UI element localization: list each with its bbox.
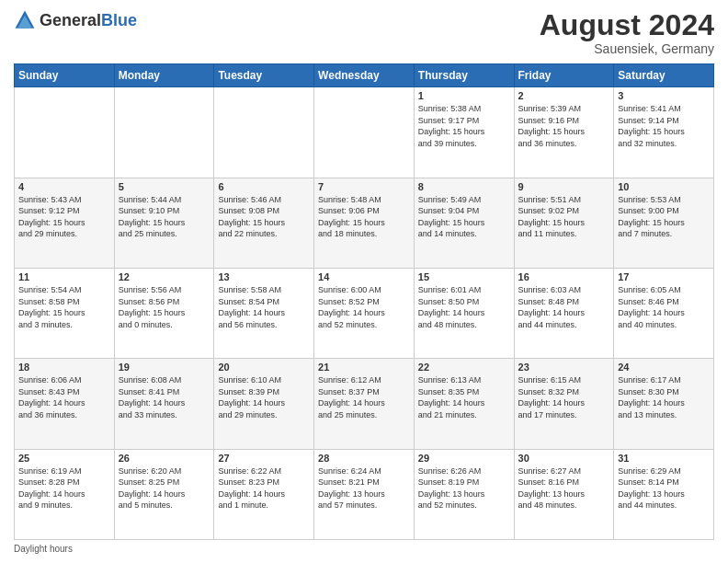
day-info: Sunrise: 5:38 AM Sunset: 9:17 PM Dayligh… [418, 103, 510, 149]
day-number: 26 [119, 453, 210, 464]
weekday-header: Friday [514, 64, 614, 87]
calendar-table: SundayMondayTuesdayWednesdayThursdayFrid… [14, 63, 714, 540]
calendar-cell: 14Sunrise: 6:00 AM Sunset: 8:52 PM Dayli… [314, 268, 415, 358]
day-number: 6 [218, 181, 310, 192]
calendar-cell: 2Sunrise: 5:39 AM Sunset: 9:16 PM Daylig… [514, 87, 614, 178]
calendar-cell [114, 87, 214, 178]
day-number: 14 [318, 271, 410, 282]
day-info: Sunrise: 5:56 AM Sunset: 8:56 PM Dayligh… [119, 284, 210, 330]
day-info: Sunrise: 6:17 AM Sunset: 8:30 PM Dayligh… [618, 374, 710, 420]
day-info: Sunrise: 6:12 AM Sunset: 8:37 PM Dayligh… [318, 374, 410, 420]
logo: GeneralBlue [14, 9, 137, 31]
calendar-week-row: 4Sunrise: 5:43 AM Sunset: 9:12 PM Daylig… [15, 178, 714, 268]
calendar-header-row: SundayMondayTuesdayWednesdayThursdayFrid… [15, 64, 714, 87]
calendar-cell: 18Sunrise: 6:06 AM Sunset: 8:43 PM Dayli… [15, 359, 115, 449]
day-number: 29 [418, 453, 510, 464]
calendar-week-row: 18Sunrise: 6:06 AM Sunset: 8:43 PM Dayli… [15, 359, 714, 449]
day-info: Sunrise: 6:06 AM Sunset: 8:43 PM Dayligh… [18, 374, 110, 420]
calendar-cell [214, 87, 314, 178]
calendar-cell: 3Sunrise: 5:41 AM Sunset: 9:14 PM Daylig… [614, 87, 714, 178]
calendar-cell: 17Sunrise: 6:05 AM Sunset: 8:46 PM Dayli… [614, 268, 714, 358]
day-info: Sunrise: 5:51 AM Sunset: 9:02 PM Dayligh… [518, 194, 610, 240]
daylight-label: Daylight hours [14, 544, 73, 554]
day-info: Sunrise: 6:20 AM Sunset: 8:25 PM Dayligh… [119, 465, 210, 511]
day-info: Sunrise: 5:44 AM Sunset: 9:10 PM Dayligh… [119, 194, 210, 240]
day-info: Sunrise: 5:46 AM Sunset: 9:08 PM Dayligh… [218, 194, 310, 240]
logo-general: General [40, 11, 101, 29]
calendar-cell: 1Sunrise: 5:38 AM Sunset: 9:17 PM Daylig… [414, 87, 514, 178]
day-number: 24 [618, 362, 710, 373]
weekday-header: Thursday [414, 64, 514, 87]
calendar-cell: 20Sunrise: 6:10 AM Sunset: 8:39 PM Dayli… [214, 359, 314, 449]
day-info: Sunrise: 6:00 AM Sunset: 8:52 PM Dayligh… [318, 284, 410, 330]
header: GeneralBlue August 2024 Sauensiek, Germa… [14, 9, 714, 56]
day-info: Sunrise: 6:10 AM Sunset: 8:39 PM Dayligh… [218, 374, 310, 420]
day-number: 12 [119, 271, 210, 282]
day-number: 4 [18, 181, 110, 192]
calendar-cell: 8Sunrise: 5:49 AM Sunset: 9:04 PM Daylig… [414, 178, 514, 268]
day-number: 30 [518, 453, 610, 464]
calendar-cell: 9Sunrise: 5:51 AM Sunset: 9:02 PM Daylig… [514, 178, 614, 268]
day-number: 8 [418, 181, 510, 192]
calendar-cell [314, 87, 415, 178]
day-info: Sunrise: 6:08 AM Sunset: 8:41 PM Dayligh… [119, 374, 210, 420]
day-number: 18 [18, 362, 110, 373]
day-info: Sunrise: 6:19 AM Sunset: 8:28 PM Dayligh… [18, 465, 110, 511]
day-number: 2 [518, 90, 610, 101]
day-info: Sunrise: 5:43 AM Sunset: 9:12 PM Dayligh… [18, 194, 110, 240]
day-number: 7 [318, 181, 410, 192]
day-info: Sunrise: 6:29 AM Sunset: 8:14 PM Dayligh… [618, 465, 710, 511]
calendar-cell: 21Sunrise: 6:12 AM Sunset: 8:37 PM Dayli… [314, 359, 415, 449]
calendar-cell: 31Sunrise: 6:29 AM Sunset: 8:14 PM Dayli… [614, 449, 714, 539]
weekday-header: Sunday [15, 64, 115, 87]
calendar-week-row: 25Sunrise: 6:19 AM Sunset: 8:28 PM Dayli… [15, 449, 714, 539]
weekday-header: Monday [114, 64, 214, 87]
day-number: 27 [218, 453, 310, 464]
day-info: Sunrise: 5:39 AM Sunset: 9:16 PM Dayligh… [518, 103, 610, 149]
day-info: Sunrise: 6:22 AM Sunset: 8:23 PM Dayligh… [218, 465, 310, 511]
footer: Daylight hours [14, 544, 714, 554]
day-number: 3 [618, 90, 710, 101]
weekday-header: Tuesday [214, 64, 314, 87]
day-info: Sunrise: 6:15 AM Sunset: 8:32 PM Dayligh… [518, 374, 610, 420]
day-number: 22 [418, 362, 510, 373]
calendar-cell: 26Sunrise: 6:20 AM Sunset: 8:25 PM Dayli… [114, 449, 214, 539]
calendar-cell: 6Sunrise: 5:46 AM Sunset: 9:08 PM Daylig… [214, 178, 314, 268]
calendar-cell: 10Sunrise: 5:53 AM Sunset: 9:00 PM Dayli… [614, 178, 714, 268]
logo-icon [14, 9, 36, 31]
day-info: Sunrise: 6:27 AM Sunset: 8:16 PM Dayligh… [518, 465, 610, 511]
day-number: 28 [318, 453, 410, 464]
calendar-cell: 7Sunrise: 5:48 AM Sunset: 9:06 PM Daylig… [314, 178, 415, 268]
calendar-cell: 19Sunrise: 6:08 AM Sunset: 8:41 PM Dayli… [114, 359, 214, 449]
day-info: Sunrise: 6:24 AM Sunset: 8:21 PM Dayligh… [318, 465, 410, 511]
calendar-week-row: 11Sunrise: 5:54 AM Sunset: 8:58 PM Dayli… [15, 268, 714, 358]
day-info: Sunrise: 5:58 AM Sunset: 8:54 PM Dayligh… [218, 284, 310, 330]
day-number: 13 [218, 271, 310, 282]
day-info: Sunrise: 5:54 AM Sunset: 8:58 PM Dayligh… [18, 284, 110, 330]
calendar-cell: 13Sunrise: 5:58 AM Sunset: 8:54 PM Dayli… [214, 268, 314, 358]
day-number: 19 [119, 362, 210, 373]
month-year: August 2024 [540, 9, 714, 41]
day-info: Sunrise: 5:53 AM Sunset: 9:00 PM Dayligh… [618, 194, 710, 240]
calendar-cell: 24Sunrise: 6:17 AM Sunset: 8:30 PM Dayli… [614, 359, 714, 449]
day-number: 5 [119, 181, 210, 192]
day-number: 1 [418, 90, 510, 101]
day-number: 9 [518, 181, 610, 192]
day-info: Sunrise: 6:05 AM Sunset: 8:46 PM Dayligh… [618, 284, 710, 330]
weekday-header: Wednesday [314, 64, 415, 87]
day-number: 15 [418, 271, 510, 282]
day-number: 23 [518, 362, 610, 373]
day-number: 25 [18, 453, 110, 464]
calendar-cell: 4Sunrise: 5:43 AM Sunset: 9:12 PM Daylig… [15, 178, 115, 268]
day-number: 20 [218, 362, 310, 373]
calendar-cell: 15Sunrise: 6:01 AM Sunset: 8:50 PM Dayli… [414, 268, 514, 358]
calendar-cell: 27Sunrise: 6:22 AM Sunset: 8:23 PM Dayli… [214, 449, 314, 539]
day-info: Sunrise: 5:49 AM Sunset: 9:04 PM Dayligh… [418, 194, 510, 240]
day-info: Sunrise: 5:41 AM Sunset: 9:14 PM Dayligh… [618, 103, 710, 149]
day-number: 10 [618, 181, 710, 192]
day-info: Sunrise: 6:03 AM Sunset: 8:48 PM Dayligh… [518, 284, 610, 330]
day-info: Sunrise: 5:48 AM Sunset: 9:06 PM Dayligh… [318, 194, 410, 240]
calendar-cell: 30Sunrise: 6:27 AM Sunset: 8:16 PM Dayli… [514, 449, 614, 539]
day-number: 17 [618, 271, 710, 282]
logo-blue: Blue [101, 11, 137, 29]
